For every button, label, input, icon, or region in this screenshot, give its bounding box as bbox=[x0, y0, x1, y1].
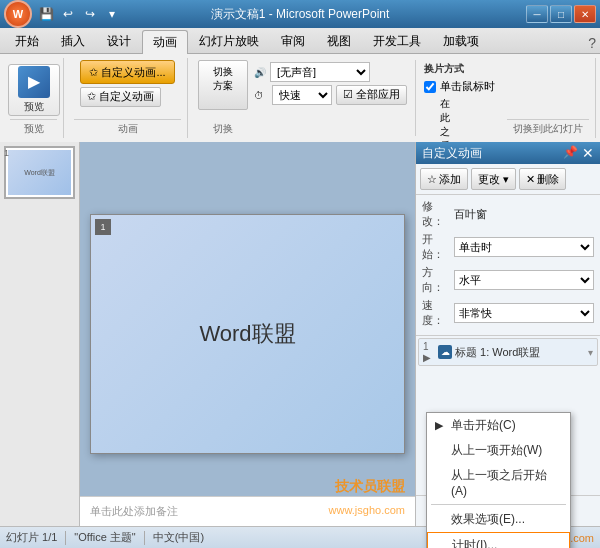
ctx-timing[interactable]: 计时(I)... bbox=[427, 532, 570, 548]
custom-anim-label: 自定义动画... bbox=[101, 65, 165, 80]
tab-slideshow[interactable]: 幻灯片放映 bbox=[188, 29, 270, 53]
office-icon: W bbox=[13, 8, 23, 20]
save-btn[interactable]: 💾 bbox=[36, 5, 56, 23]
slide-note[interactable]: 单击此处添加备注 bbox=[80, 496, 415, 526]
undo-btn[interactable]: ↩ bbox=[58, 5, 78, 23]
anim-item-text-1: 标题 1: Word联盟 bbox=[455, 345, 585, 360]
qa-dropdown-btn[interactable]: ▾ bbox=[102, 5, 122, 23]
apply-all-btn[interactable]: ☑ 全部应用 bbox=[336, 85, 407, 105]
slide-badge: 1 bbox=[95, 219, 111, 235]
speed-label: 速度： bbox=[422, 298, 450, 328]
title-bar-left: W 💾 ↩ ↪ ▾ bbox=[4, 0, 122, 28]
anim-item-arrow-1[interactable]: ▾ bbox=[588, 347, 593, 358]
panel-change-btn[interactable]: 更改 ▾ bbox=[471, 168, 516, 190]
slide-thumb-title: Word联盟 bbox=[24, 168, 55, 178]
slide-title-text[interactable]: Word联盟 bbox=[199, 319, 295, 349]
panel-pin-btn[interactable]: 📌 bbox=[563, 145, 578, 161]
status-div-1 bbox=[65, 531, 66, 545]
ctx-after-prev-label: 从上一项之后开始(A) bbox=[451, 467, 562, 498]
office-button[interactable]: W bbox=[4, 0, 32, 28]
custom-anim-button[interactable]: ✩ 自定义动画... bbox=[80, 60, 174, 84]
tab-design[interactable]: 设计 bbox=[96, 29, 142, 53]
slide-canvas[interactable]: 1 Word联盟 bbox=[90, 214, 405, 454]
sound-select[interactable]: [无声音] bbox=[270, 62, 370, 82]
switch-dest-label: 切换到此幻灯片 bbox=[507, 119, 589, 136]
speed-select-panel[interactable]: 非常快 bbox=[454, 303, 594, 323]
close-btn[interactable]: ✕ bbox=[574, 5, 596, 23]
delete-label: 删除 bbox=[537, 172, 559, 187]
speed-row: ⏱ 快速 ☑ 全部应用 bbox=[254, 85, 407, 105]
start-label: 开始： bbox=[422, 232, 450, 262]
status-div-2 bbox=[144, 531, 145, 545]
slide-thumb-inner: Word联盟 bbox=[8, 150, 71, 195]
panel-close-btn[interactable]: ✕ bbox=[582, 145, 594, 161]
ribbon-tabs: 开始 插入 设计 动画 幻灯片放映 审阅 视图 开发工具 加载项 ? bbox=[0, 28, 600, 54]
tab-review[interactable]: 审阅 bbox=[270, 29, 316, 53]
custom-anim-icon: ✩ bbox=[89, 66, 98, 79]
maximize-btn[interactable]: □ bbox=[550, 5, 572, 23]
ctx-play-icon: ▶ bbox=[431, 418, 447, 434]
tab-devtools[interactable]: 开发工具 bbox=[362, 29, 432, 53]
preview-button[interactable]: ▶ 预览 bbox=[8, 64, 60, 116]
tab-addins[interactable]: 加载项 bbox=[432, 29, 490, 53]
ctx-from-prev-label: 从上一项开始(W) bbox=[451, 442, 542, 459]
ctx-timing-label: 计时(I)... bbox=[452, 537, 497, 548]
slide-editor: 1 Word联盟 单击此处添加备注 技术员联盟 www.jsgho.com bbox=[80, 142, 415, 526]
slide-thumbnail-1[interactable]: 1 Word联盟 bbox=[4, 146, 75, 199]
speed-row: 速度： 非常快 bbox=[422, 298, 594, 328]
preview-group-label: 预览 bbox=[10, 119, 57, 136]
start-select[interactable]: 单击时 bbox=[454, 237, 594, 257]
direction-select[interactable]: 水平 bbox=[454, 270, 594, 290]
anim-scheme-label: ✩ 自定义动画 bbox=[87, 90, 154, 102]
ctx-click-start[interactable]: ▶ 单击开始(C) bbox=[427, 413, 570, 438]
sound-row: 🔊 [无声音] bbox=[254, 62, 407, 82]
slide-badge-num: 1 bbox=[100, 222, 105, 232]
apply-all-label: ☑ 全部应用 bbox=[343, 88, 400, 100]
anim-list-item-1[interactable]: 1 ▶ ☁ 标题 1: Word联盟 ▾ bbox=[418, 338, 598, 366]
speed-icon: ⏱ bbox=[254, 90, 268, 101]
tab-insert[interactable]: 插入 bbox=[50, 29, 96, 53]
help-icon[interactable]: ? bbox=[584, 33, 600, 53]
tab-view[interactable]: 视图 bbox=[316, 29, 362, 53]
ribbon-group-preview: ▶ 预览 预览 bbox=[4, 58, 64, 138]
speed-select[interactable]: 快速 bbox=[272, 85, 332, 105]
redo-btn[interactable]: ↪ bbox=[80, 5, 100, 23]
switch-scheme-btn[interactable]: 切换方案 bbox=[198, 60, 248, 110]
add-label: 添加 bbox=[439, 172, 461, 187]
ribbon-group-anim: ✩ 自定义动画... ✩ 自定义动画 动画 bbox=[68, 58, 188, 138]
ctx-click-start-label: 单击开始(C) bbox=[451, 417, 516, 434]
panel-titlebar: 自定义动画 📌 ✕ bbox=[416, 142, 600, 164]
context-menu: ▶ 单击开始(C) 从上一项开始(W) 从上一项之后开始(A) 效果选项(E).… bbox=[426, 412, 571, 548]
anim-scheme-button[interactable]: ✩ 自定义动画 bbox=[80, 87, 161, 107]
panel-title-buttons: 📌 ✕ bbox=[563, 145, 594, 161]
panel-title: 自定义动画 bbox=[422, 145, 482, 162]
anim-item-icon-1: ☁ bbox=[438, 345, 452, 359]
slide-panel: 1 Word联盟 bbox=[0, 142, 80, 526]
modify-row: 修改： 百叶窗 bbox=[422, 199, 594, 229]
ctx-from-prev[interactable]: 从上一项开始(W) bbox=[427, 438, 570, 463]
ctx-after-prev[interactable]: 从上一项之后开始(A) bbox=[427, 463, 570, 502]
tab-start[interactable]: 开始 bbox=[4, 29, 50, 53]
preview-group-content: ▶ 预览 bbox=[8, 60, 60, 119]
theme-info: "Office 主题" bbox=[74, 530, 135, 545]
click-switch-checkbox[interactable] bbox=[424, 81, 436, 93]
sound-icon: 🔊 bbox=[254, 67, 266, 78]
slide-info: 幻灯片 1/1 bbox=[6, 530, 57, 545]
switch-btn-label: 切换方案 bbox=[213, 66, 233, 91]
ribbon-content: ▶ 预览 预览 ✩ 自定义动画... ✩ 自定义动画 动画 切换方案 切换 bbox=[0, 54, 600, 142]
tab-animation[interactable]: 动画 bbox=[142, 30, 188, 54]
window-controls: ─ □ ✕ bbox=[526, 5, 596, 23]
panel-add-btn[interactable]: ☆ 添加 bbox=[420, 168, 468, 190]
ctx-effect-options[interactable]: 效果选项(E)... bbox=[427, 507, 570, 532]
watermark-text-1: 技术员联盟 bbox=[335, 478, 405, 494]
panel-delete-btn[interactable]: ✕ 删除 bbox=[519, 168, 566, 190]
preview-label: 预览 bbox=[24, 100, 44, 114]
language-info: 中文(中国) bbox=[153, 530, 204, 545]
direction-label: 方向： bbox=[422, 265, 450, 295]
modify-label: 修改： bbox=[422, 199, 450, 229]
ctx-sep-1 bbox=[431, 504, 566, 505]
minimize-btn[interactable]: ─ bbox=[526, 5, 548, 23]
preview-icon: ▶ bbox=[18, 66, 50, 98]
start-row: 开始： 单击时 bbox=[422, 232, 594, 262]
panel-toolbar: ☆ 添加 更改 ▾ ✕ 删除 bbox=[416, 164, 600, 195]
